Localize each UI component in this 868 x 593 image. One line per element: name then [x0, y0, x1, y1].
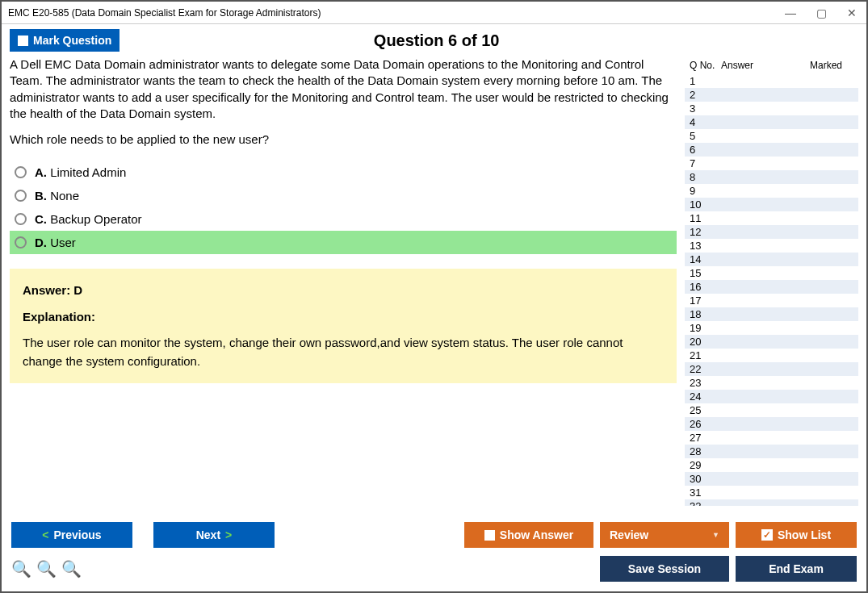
list-item[interactable]: 9 — [685, 184, 858, 198]
zoom-controls: 🔍 🔍 🔍 — [11, 559, 82, 578]
option-label: A. Limited Admin — [35, 165, 126, 179]
option-d[interactable]: D. User — [10, 231, 677, 254]
next-button[interactable]: Next > — [153, 522, 275, 548]
question-list-header: Q No. Answer Marked — [685, 56, 858, 74]
radio-icon — [15, 213, 27, 225]
list-item[interactable]: 16 — [685, 280, 858, 294]
list-item[interactable]: 31 — [685, 486, 858, 499]
body-area: A Dell EMC Data Domain administrator wan… — [2, 56, 866, 514]
list-item[interactable]: 24 — [685, 390, 858, 403]
app-window: EMC E20-585 (Data Domain Specialist Exam… — [0, 0, 868, 593]
checkbox-icon — [484, 530, 495, 541]
question-heading: Question 6 of 10 — [120, 31, 753, 50]
zoom-in-icon[interactable]: 🔍 — [11, 559, 31, 578]
col-qno: Q No. — [685, 60, 721, 71]
review-button[interactable]: Review ▼ — [600, 522, 729, 548]
col-answer: Answer — [721, 60, 810, 71]
checkbox-checked-icon: ✓ — [761, 529, 773, 541]
mark-question-label: Mark Question — [33, 34, 111, 47]
titlebar: EMC E20-585 (Data Domain Specialist Exam… — [2, 2, 866, 24]
show-answer-button[interactable]: Show Answer — [464, 522, 593, 548]
previous-label: Previous — [54, 528, 102, 541]
list-item[interactable]: 15 — [685, 266, 858, 280]
end-exam-button[interactable]: End Exam — [736, 556, 857, 582]
explanation-text: The user role can monitor the system, ch… — [23, 334, 664, 370]
review-label: Review — [610, 528, 648, 541]
list-item[interactable]: 21 — [685, 349, 858, 362]
question-paragraph-2: Which role needs to be applied to the ne… — [10, 132, 677, 148]
option-label: C. Backup Operator — [35, 212, 142, 226]
save-session-label: Save Session — [628, 562, 701, 575]
topbar: Mark Question Question 6 of 10 — [2, 24, 866, 56]
maximize-icon[interactable]: ▢ — [813, 6, 829, 19]
checkbox-icon — [18, 35, 28, 46]
minimize-icon[interactable]: — — [782, 6, 799, 19]
list-item[interactable]: 1 — [685, 74, 858, 88]
option-a[interactable]: A. Limited Admin — [10, 161, 677, 184]
list-item[interactable]: 3 — [685, 102, 858, 115]
window-controls: — ▢ ✕ — [782, 6, 860, 19]
list-item[interactable]: 28 — [685, 445, 858, 458]
list-item[interactable]: 14 — [685, 253, 858, 266]
radio-icon — [15, 190, 27, 202]
list-item[interactable]: 25 — [685, 403, 858, 417]
list-item[interactable]: 26 — [685, 417, 858, 431]
question-text: A Dell EMC Data Domain administrator wan… — [10, 56, 677, 148]
list-item[interactable]: 13 — [685, 239, 858, 253]
list-item[interactable]: 8 — [685, 170, 858, 184]
list-item[interactable]: 12 — [685, 225, 858, 239]
question-list-panel: Q No. Answer Marked 12345678910111213141… — [685, 56, 858, 506]
list-item[interactable]: 5 — [685, 129, 858, 143]
end-exam-label: End Exam — [769, 562, 824, 575]
list-item[interactable]: 11 — [685, 211, 858, 225]
radio-icon — [15, 236, 27, 248]
show-list-label: Show List — [778, 528, 831, 541]
answer-label: Answer: D — [23, 282, 664, 300]
list-item[interactable]: 2 — [685, 88, 858, 102]
zoom-reset-icon[interactable]: 🔍 — [36, 559, 57, 578]
list-item[interactable]: 27 — [685, 431, 858, 445]
bottom-area: < Previous Next > Show Answer Review ▼ ✓… — [2, 514, 866, 591]
close-icon[interactable]: ✕ — [844, 6, 860, 19]
next-label: Next — [196, 528, 220, 541]
save-session-button[interactable]: Save Session — [600, 556, 729, 582]
option-c[interactable]: C. Backup Operator — [10, 207, 677, 231]
list-item[interactable]: 19 — [685, 321, 858, 335]
button-row-2: 🔍 🔍 🔍 Save Session End Exam — [11, 556, 857, 582]
button-row-1: < Previous Next > Show Answer Review ▼ ✓… — [11, 522, 857, 548]
question-list[interactable]: 1234567891011121314151617181920212223242… — [685, 74, 858, 506]
list-item[interactable]: 23 — [685, 376, 858, 390]
answer-box: Answer: D Explanation: The user role can… — [10, 269, 677, 383]
list-item[interactable]: 7 — [685, 157, 858, 170]
zoom-out-icon[interactable]: 🔍 — [61, 559, 82, 578]
list-item[interactable]: 30 — [685, 472, 858, 486]
previous-button[interactable]: < Previous — [11, 522, 132, 548]
list-item[interactable]: 18 — [685, 307, 858, 321]
mark-question-button[interactable]: Mark Question — [10, 29, 120, 52]
option-b[interactable]: B. None — [10, 184, 677, 207]
show-list-button[interactable]: ✓ Show List — [736, 522, 857, 548]
question-paragraph-1: A Dell EMC Data Domain administrator wan… — [10, 56, 677, 122]
list-item[interactable]: 17 — [685, 294, 858, 307]
chevron-right-icon: > — [225, 528, 232, 541]
window-title: EMC E20-585 (Data Domain Specialist Exam… — [8, 7, 782, 19]
dropdown-arrow-icon: ▼ — [712, 531, 719, 539]
options-list: A. Limited AdminB. NoneC. Backup Operato… — [10, 161, 677, 254]
show-answer-label: Show Answer — [500, 528, 573, 541]
list-item[interactable]: 6 — [685, 143, 858, 157]
main-column: A Dell EMC Data Domain administrator wan… — [10, 56, 685, 506]
radio-icon — [15, 166, 27, 178]
list-item[interactable]: 4 — [685, 115, 858, 129]
col-marked: Marked — [810, 60, 858, 71]
option-label: B. None — [35, 189, 79, 203]
list-item[interactable]: 32 — [685, 499, 858, 506]
list-item[interactable]: 22 — [685, 362, 858, 376]
explanation-label: Explanation: — [23, 308, 664, 327]
list-item[interactable]: 20 — [685, 335, 858, 349]
option-label: D. User — [35, 236, 76, 249]
list-item[interactable]: 10 — [685, 198, 858, 211]
chevron-left-icon: < — [42, 528, 48, 541]
list-item[interactable]: 29 — [685, 458, 858, 472]
